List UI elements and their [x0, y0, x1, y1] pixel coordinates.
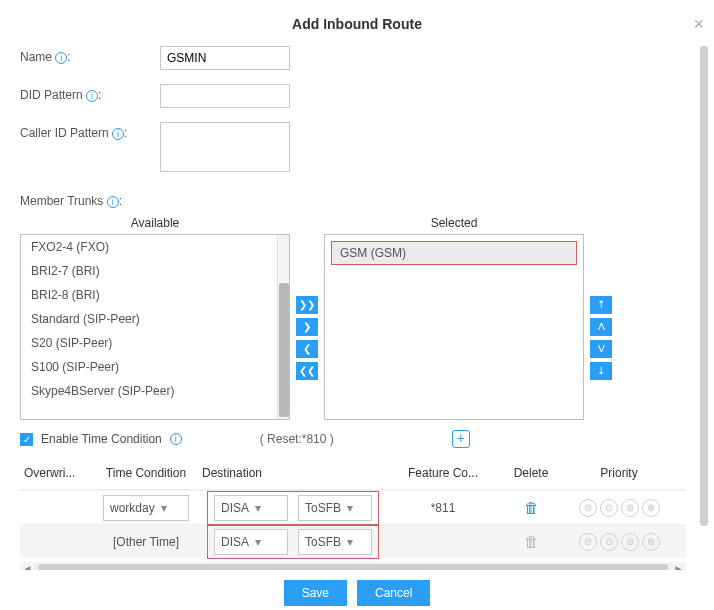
list-item[interactable]: BRI2-7 (BRI) — [21, 259, 277, 283]
available-scrollbar[interactable] — [277, 235, 289, 419]
info-icon[interactable]: i — [107, 196, 119, 208]
move-left-button[interactable]: ❮ — [296, 340, 318, 358]
move-right-button[interactable]: ❯ — [296, 318, 318, 336]
list-item[interactable]: GSM (GSM) — [331, 241, 577, 265]
priority-up-icon[interactable]: ⊙ — [600, 499, 618, 517]
move-bottom-button[interactable]: ⤓ — [590, 362, 612, 380]
dest-type-select[interactable]: DISA▾ — [214, 495, 288, 521]
cancel-button[interactable]: Cancel — [357, 580, 430, 606]
list-item[interactable]: FXO2-4 (FXO) — [21, 235, 277, 259]
cid-row: Caller ID Pattern i: — [10, 122, 690, 172]
chevron-down-icon: ▾ — [255, 501, 261, 515]
dialog-footer: Save Cancel — [0, 580, 714, 606]
delete-icon: 🗑 — [524, 533, 539, 550]
priority-up-icon[interactable]: ⊙ — [600, 533, 618, 551]
chevron-down-icon: ▾ — [255, 535, 261, 549]
scroll-left-icon[interactable]: ◄ — [20, 562, 36, 570]
col-time-condition: Time Condition — [94, 466, 198, 480]
reset-code-label: ( Reset:*810 ) — [260, 432, 334, 446]
destination-highlight: DISA▾ ToSFB▾ — [207, 491, 379, 525]
add-time-condition-button[interactable]: + — [452, 430, 470, 448]
list-item[interactable]: S100 (SIP-Peer) — [21, 355, 277, 379]
info-icon[interactable]: i — [112, 128, 124, 140]
feature-code: *811 — [431, 501, 456, 515]
name-label: Name i: — [10, 46, 160, 64]
time-condition-table: Overwri... Time Condition Destination Fe… — [20, 456, 686, 558]
did-input[interactable] — [160, 84, 290, 108]
chevron-down-icon: ▾ — [161, 501, 167, 515]
dest-target-select[interactable]: ToSFB▾ — [298, 529, 372, 555]
col-delete: Delete — [498, 466, 564, 480]
list-item[interactable]: Standard (SIP-Peer) — [21, 307, 277, 331]
table-header: Overwri... Time Condition Destination Fe… — [20, 456, 686, 490]
dest-type-select[interactable]: DISA▾ — [214, 529, 288, 555]
scroll-right-icon[interactable]: ► — [670, 562, 686, 570]
save-button[interactable]: Save — [284, 580, 347, 606]
available-list[interactable]: FXO2-4 (FXO) BRI2-7 (BRI) BRI2-8 (BRI) S… — [20, 234, 290, 420]
order-buttons: ⤒ ᐱ ᐯ ⤓ — [584, 234, 618, 380]
chevron-down-icon: ▾ — [347, 535, 353, 549]
available-header: Available — [20, 212, 290, 234]
destination-highlight: DISA▾ ToSFB▾ — [207, 525, 379, 559]
move-top-button[interactable]: ⤒ — [590, 296, 612, 314]
member-trunks-label: Member Trunks i: — [10, 186, 690, 212]
priority-bottom-icon[interactable]: ⊗ — [642, 499, 660, 517]
selected-list[interactable]: GSM (GSM) — [324, 234, 584, 420]
selected-header: Selected — [324, 212, 584, 234]
dialog-content: Name i: DID Pattern i: Caller ID Pattern… — [10, 40, 692, 570]
chevron-down-icon: ▾ — [347, 501, 353, 515]
priority-top-icon[interactable]: ⊘ — [579, 499, 597, 517]
delete-icon[interactable]: 🗑 — [524, 499, 539, 516]
dest-target-select[interactable]: ToSFB▾ — [298, 495, 372, 521]
did-row: DID Pattern i: — [10, 84, 690, 108]
move-down-button[interactable]: ᐯ — [590, 340, 612, 358]
close-icon[interactable]: × — [693, 14, 704, 35]
enable-time-condition-checkbox[interactable]: ✓ — [20, 433, 33, 446]
did-label: DID Pattern i: — [10, 84, 160, 102]
time-condition-select[interactable]: workday▾ — [103, 495, 189, 521]
cid-input[interactable] — [160, 122, 290, 172]
col-overwrite: Overwri... — [20, 466, 94, 480]
horizontal-scrollbar[interactable]: ◄ ► — [20, 562, 686, 570]
move-up-button[interactable]: ᐱ — [590, 318, 612, 336]
list-item[interactable]: Skype4BServer (SIP-Peer) — [21, 379, 277, 403]
name-row: Name i: — [10, 46, 690, 70]
enable-time-condition-label: Enable Time Condition — [41, 432, 162, 446]
cid-label: Caller ID Pattern i: — [10, 122, 160, 140]
list-item[interactable]: BRI2-8 (BRI) — [21, 283, 277, 307]
info-icon[interactable]: i — [86, 90, 98, 102]
move-all-left-button[interactable]: ❮❮ — [296, 362, 318, 380]
col-destination: Destination — [198, 466, 388, 480]
col-feature-code: Feature Co... — [388, 466, 498, 480]
priority-down-icon[interactable]: ⊚ — [621, 499, 639, 517]
table-row: workday▾ DISA▾ ToSFB▾ *811 🗑 ⊘ ⊙ ⊚ ⊗ — [20, 490, 686, 524]
priority-top-icon[interactable]: ⊘ — [579, 533, 597, 551]
info-icon[interactable]: i — [55, 52, 67, 64]
transfer-buttons: ❯❯ ❯ ❮ ❮❮ — [290, 234, 324, 380]
table-row: [Other Time] DISA▾ ToSFB▾ 🗑 ⊘ ⊙ ⊚ ⊗ — [20, 524, 686, 558]
time-condition-row: ✓ Enable Time Condition i ( Reset:*810 )… — [10, 420, 690, 456]
member-trunks: FXO2-4 (FXO) BRI2-7 (BRI) BRI2-8 (BRI) S… — [10, 234, 690, 420]
move-all-right-button[interactable]: ❯❯ — [296, 296, 318, 314]
info-icon[interactable]: i — [170, 433, 182, 445]
col-priority: Priority — [564, 466, 674, 480]
name-input[interactable] — [160, 46, 290, 70]
priority-bottom-icon[interactable]: ⊗ — [642, 533, 660, 551]
priority-down-icon[interactable]: ⊚ — [621, 533, 639, 551]
list-item[interactable]: S20 (SIP-Peer) — [21, 331, 277, 355]
main-scrollbar[interactable] — [700, 44, 708, 564]
other-time-label: [Other Time] — [113, 535, 179, 549]
add-inbound-route-dialog: Add Inbound Route × Name i: DID Pattern … — [0, 0, 714, 610]
